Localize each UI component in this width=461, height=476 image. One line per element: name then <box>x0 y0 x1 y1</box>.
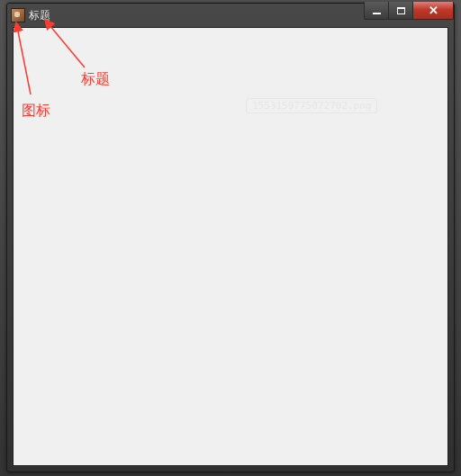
window-controls: ✕ <box>365 2 454 20</box>
window-title: 标题 <box>29 8 50 23</box>
maximize-icon <box>397 7 405 14</box>
close-button[interactable]: ✕ <box>412 2 454 20</box>
application-window: 标题 ✕ 1553159775072702.png <box>6 3 455 472</box>
minimize-icon <box>373 13 381 14</box>
title-bar[interactable]: 标题 ✕ <box>7 4 454 27</box>
maximize-button[interactable] <box>388 2 413 20</box>
app-icon <box>11 8 25 22</box>
watermark-text: 1553159775072702.png <box>246 98 377 113</box>
close-icon: ✕ <box>429 4 438 16</box>
minimize-button[interactable] <box>364 2 389 20</box>
client-area: 1553159775072702.png <box>13 27 448 466</box>
desktop-background: 1 japort sys 标题 ✕ 1553159775072702.png <box>0 0 461 476</box>
